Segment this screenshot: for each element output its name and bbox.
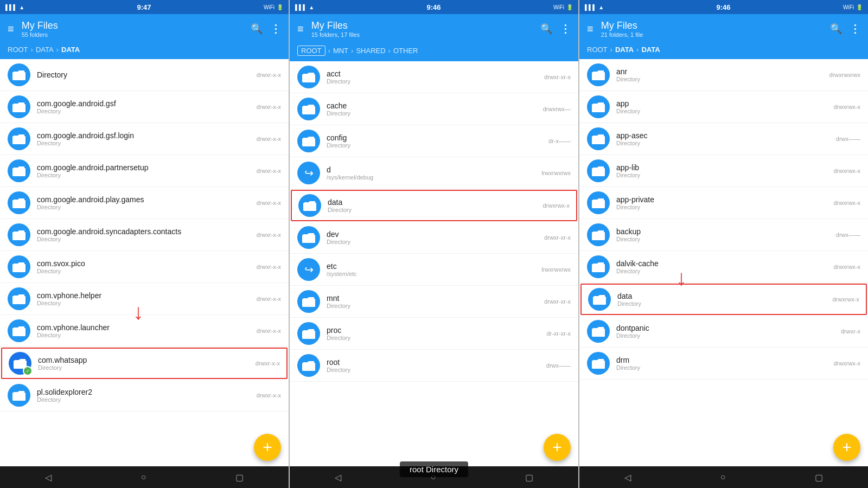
app-bar: ≡My Files15 folders, 17 files 🔍 ⋮ [290, 14, 578, 43]
file-type: Directory [616, 172, 827, 178]
folder-svg-icon [12, 293, 25, 304]
file-item[interactable]: dataDirectorydrwxrwx-x [580, 284, 867, 315]
file-type: Directory [327, 78, 538, 85]
file-info: d/sys/kernel/debug [327, 165, 535, 181]
file-permissions: drwxr-x-x [257, 232, 281, 238]
file-item[interactable]: com.vphone.helperDirectorydrwxr-x-x [0, 283, 289, 315]
search-icon[interactable]: 🔍 [830, 23, 842, 35]
file-type: Directory [327, 110, 537, 117]
file-item[interactable]: cacheDirectorydrwxrwx— [290, 93, 578, 125]
root-directory-annotation: root Directory [400, 461, 468, 477]
file-icon [587, 255, 610, 278]
home-button[interactable]: ○ [710, 468, 737, 486]
breadcrumb-item-root[interactable]: ROOT [297, 46, 326, 56]
file-item[interactable]: com.vphone.launcherDirectorydrwxr-x-x [0, 315, 289, 347]
status-bar: ▌▌▌ ▲ 9:46 WiFi 🔋 [579, 0, 868, 14]
file-icon: ↩ [297, 258, 320, 281]
fab-add-button[interactable]: + [254, 434, 281, 461]
file-icon [587, 159, 610, 182]
fab-add-button[interactable]: + [544, 434, 571, 461]
file-item[interactable]: com.google.android.partnersetupDirectory… [0, 155, 289, 187]
file-icon [587, 191, 610, 214]
file-item[interactable]: appDirectorydrwxrwx-x [579, 91, 868, 123]
file-item[interactable]: com.google.android.gsfDirectorydrwxr-x-x [0, 91, 289, 123]
breadcrumb-item-data[interactable]: DATA [641, 46, 660, 54]
file-item[interactable]: devDirectorydrwxr-xr-x [290, 222, 578, 254]
breadcrumb-item-shared[interactable]: SHARED [356, 47, 385, 55]
file-name: com.whatsapp [38, 356, 249, 364]
file-item[interactable]: com.google.android.syncadapters.contacts… [0, 219, 289, 251]
recent-button[interactable]: ▢ [804, 468, 834, 487]
menu-icon[interactable]: ≡ [297, 23, 304, 35]
file-item[interactable]: app-libDirectorydrwxrwx-x [579, 155, 868, 187]
file-item[interactable]: backupDirectorydrwx—— [579, 219, 868, 251]
back-button[interactable]: ◁ [34, 468, 62, 487]
signal-icon: ▌▌▌ [585, 4, 596, 10]
back-button[interactable]: ◁ [614, 468, 642, 487]
file-item[interactable]: com.google.android.gsf.loginDirectorydrw… [0, 123, 289, 155]
file-name: app-asec [616, 131, 829, 140]
breadcrumb-item-data[interactable]: DATA [61, 46, 80, 54]
file-item[interactable]: procDirectorydr-xr-xr-x [290, 318, 578, 350]
breadcrumb-item-root[interactable]: ROOT [8, 46, 28, 54]
file-permissions: lrwxrwxrwx [541, 266, 571, 273]
file-info: drmDirectory [616, 356, 827, 371]
file-item[interactable]: configDirectorydr-x—— [290, 125, 578, 157]
breadcrumb-item-data[interactable]: DATA [36, 46, 54, 54]
file-info: com.google.android.gsf.loginDirectory [37, 131, 250, 146]
file-item[interactable]: ↩etc/system/etclrwxrwxrwx [290, 254, 578, 286]
file-item[interactable]: rootDirectorydrwx—— [290, 350, 578, 382]
folder-svg-icon [12, 197, 25, 208]
file-item[interactable]: ↩d/sys/kernel/debuglrwxrwxrwx [290, 157, 578, 189]
file-type: Directory [617, 300, 826, 307]
panel-3: ▌▌▌ ▲ 9:46 WiFi 🔋 ≡My Files21 folders, 1… [579, 0, 868, 488]
file-type: Directory [37, 172, 250, 178]
breadcrumb-item-other[interactable]: OTHER [393, 47, 418, 55]
breadcrumb-item-root[interactable]: ROOT [587, 46, 608, 54]
file-type: Directory [616, 76, 823, 82]
file-item[interactable]: mntDirectorydrwxr-xr-x [290, 286, 578, 318]
file-item[interactable]: app-privateDirectorydrwxrwx-x [579, 187, 868, 219]
file-name: app-lib [616, 163, 827, 172]
file-icon [8, 191, 30, 214]
fab-add-button[interactable]: + [833, 434, 860, 461]
file-item[interactable]: app-asecDirectorydrwx—— [579, 123, 868, 155]
breadcrumb-separator: › [388, 47, 391, 55]
file-permissions: drwx—— [836, 232, 860, 238]
file-item[interactable]: acctDirectorydrwxr-xr-x [290, 61, 578, 93]
file-item[interactable]: Directorydrwxr-x-x [0, 59, 289, 91]
file-permissions: drwxr-x-x [257, 296, 281, 302]
file-item[interactable]: anrDirectorydrwxrwxrwx [579, 59, 868, 91]
breadcrumb-item-mnt[interactable]: MNT [333, 47, 348, 55]
search-icon[interactable]: 🔍 [251, 23, 263, 35]
file-list: acctDirectorydrwxr-xr-x cacheDirectorydr… [290, 61, 578, 466]
panel-2: ▌▌▌ ▲ 9:46 WiFi 🔋 ≡My Files15 folders, 1… [290, 0, 579, 488]
file-icon [587, 320, 610, 343]
file-name: com.vphone.helper [37, 291, 250, 300]
file-item[interactable]: dalvik-cacheDirectorydrwxrwx-x [579, 251, 868, 283]
more-icon[interactable]: ⋮ [560, 22, 571, 35]
file-item[interactable]: ✓com.whatsappDirectorydrwxr-x-x [1, 348, 288, 379]
breadcrumb-separator: › [56, 46, 59, 54]
more-icon[interactable]: ⋮ [850, 22, 860, 35]
folder-svg-icon [302, 296, 315, 307]
menu-icon[interactable]: ≡ [587, 23, 593, 35]
file-type: Directory [616, 268, 827, 274]
file-item[interactable]: dataDirectorydrwxrwx-x [291, 190, 577, 221]
file-icon [8, 287, 30, 310]
search-icon[interactable]: 🔍 [540, 23, 552, 35]
recent-button[interactable]: ▢ [514, 468, 544, 487]
file-item[interactable]: com.google.android.play.gamesDirectorydr… [0, 187, 289, 219]
file-item[interactable]: dontpanicDirectorydrwxr-x [579, 316, 868, 348]
home-button[interactable]: ○ [130, 468, 157, 486]
file-item[interactable]: com.svox.picoDirectorydrwxr-x-x [0, 251, 289, 283]
more-icon[interactable]: ⋮ [270, 22, 281, 35]
file-item[interactable]: pl.solidexplorer2Directorydrwxr-x-x [0, 380, 289, 412]
recent-button[interactable]: ▢ [225, 468, 254, 487]
menu-icon[interactable]: ≡ [8, 23, 14, 35]
file-item[interactable]: drmDirectorydrwxrwx-x [579, 348, 868, 380]
breadcrumb-item-data[interactable]: DATA [615, 46, 634, 54]
back-button[interactable]: ◁ [324, 468, 352, 487]
file-info: rootDirectory [327, 358, 540, 373]
app-subtitle: 21 folders, 1 file [601, 31, 822, 38]
